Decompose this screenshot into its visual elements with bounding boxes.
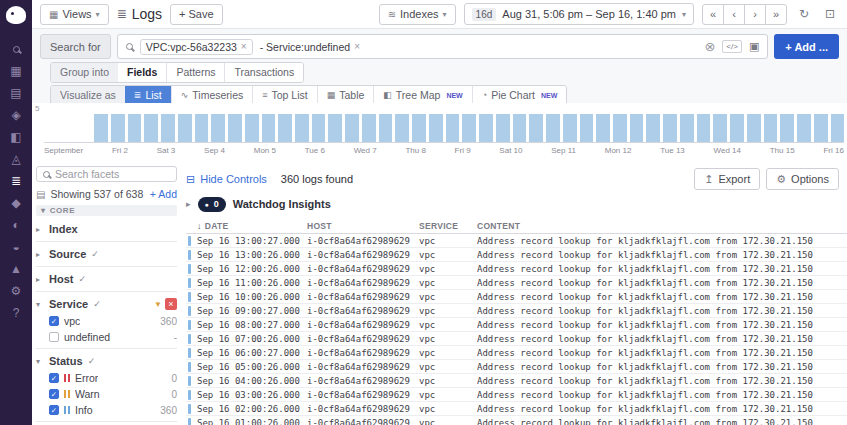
dashboards-icon[interactable]: ▦ xyxy=(0,60,32,82)
time-forward-button[interactable]: › xyxy=(744,4,766,25)
timeline-bar[interactable] xyxy=(278,114,292,142)
timeline-bar[interactable] xyxy=(446,114,460,142)
watchdog-insights-row[interactable]: ▸ ● 0 Watchdog Insights xyxy=(186,194,847,214)
timeline-bar[interactable] xyxy=(312,114,326,142)
timeline-bar[interactable] xyxy=(195,114,209,142)
facet-value-error[interactable]: ✓Error0 xyxy=(36,370,177,386)
facet-search[interactable] xyxy=(36,166,177,182)
timeline-bar[interactable] xyxy=(479,114,493,142)
checkbox[interactable] xyxy=(49,332,59,342)
search-for-button[interactable]: Search for xyxy=(40,34,111,59)
facet-host[interactable]: ▸Host✓ xyxy=(36,270,177,288)
timeline-bar[interactable] xyxy=(228,114,242,142)
search-icon[interactable] xyxy=(0,38,32,60)
time-range-picker[interactable]: 16d Aug 31, 5:06 pm – Sep 16, 1:40 pm ▾ xyxy=(464,3,694,25)
timeline-bar[interactable] xyxy=(412,114,426,142)
timeline-bar[interactable] xyxy=(680,114,694,142)
timeline-bar[interactable] xyxy=(814,114,828,142)
timeline-bar[interactable] xyxy=(546,114,560,142)
timeline-bar[interactable] xyxy=(613,114,627,142)
timeline-bar[interactable] xyxy=(697,114,711,142)
timeline-bar[interactable] xyxy=(563,114,577,142)
checkbox[interactable]: ✓ xyxy=(49,405,59,415)
filter-token-service[interactable]: - Service:undefined × xyxy=(260,41,360,53)
copy-icon[interactable]: ▣ xyxy=(749,40,759,53)
log-row[interactable]: Sep 16 12:00:26.000i-0cf8a64af62989629vp… xyxy=(186,262,847,276)
log-row[interactable]: Sep 16 13:00:26.000i-0cf8a64af62989629vp… xyxy=(186,248,847,262)
timeline-bar[interactable] xyxy=(831,114,845,142)
facet-index[interactable]: ▸Index xyxy=(36,220,177,238)
log-row[interactable]: Sep 16 01:00:26.000i-0cf8a64af62989629vp… xyxy=(186,416,847,425)
fullscreen-icon[interactable]: ⊡ xyxy=(821,4,839,24)
timeline-bar[interactable] xyxy=(262,114,276,142)
log-row[interactable]: Sep 16 04:00:26.000i-0cf8a64af62989629vp… xyxy=(186,374,847,388)
infrastructure-icon[interactable]: ▤ xyxy=(0,82,32,104)
indexes-dropdown[interactable]: ≋ Indexes ▾ xyxy=(379,4,456,25)
timeline-bar[interactable] xyxy=(513,114,527,142)
filter-funnel-icon[interactable]: ▼ xyxy=(154,300,162,309)
viz-list[interactable]: ≣List xyxy=(125,86,171,105)
code-view-icon[interactable]: </> xyxy=(722,40,742,53)
timeline-bar[interactable] xyxy=(94,114,108,142)
timeline-bar[interactable] xyxy=(395,114,409,142)
time-first-button[interactable]: « xyxy=(702,4,724,25)
log-row[interactable]: Sep 16 02:00:26.000i-0cf8a64af62989629vp… xyxy=(186,402,847,416)
timeline-bar[interactable] xyxy=(211,114,225,142)
integrations-icon[interactable]: ◧ xyxy=(0,126,32,148)
timeline-bar[interactable] xyxy=(429,114,443,142)
column-header-host[interactable]: HOST xyxy=(307,221,419,231)
facet-section-core[interactable]: ▾ CORE xyxy=(36,205,177,216)
export-button[interactable]: ↥ Export xyxy=(694,168,760,190)
timeline-bar[interactable] xyxy=(161,114,175,142)
filter-chip-vpc[interactable]: VPC:vpc-56a32233 × xyxy=(140,39,253,55)
ci-icon[interactable]: ▲ xyxy=(0,258,32,280)
close-icon[interactable]: × xyxy=(354,41,360,52)
checkbox[interactable]: ✓ xyxy=(49,389,59,399)
timeline-bar[interactable] xyxy=(529,114,543,142)
timeline-bar[interactable] xyxy=(345,114,359,142)
log-row[interactable]: Sep 16 11:00:26.000i-0cf8a64af62989629vp… xyxy=(186,276,847,290)
security-icon[interactable]: ◆ xyxy=(0,192,32,214)
log-row[interactable]: Sep 16 06:00:27.000i-0cf8a64af62989629vp… xyxy=(186,346,847,360)
viz-table[interactable]: ▦Table xyxy=(317,86,374,105)
timeline-bar[interactable] xyxy=(128,114,142,142)
timeline-bar[interactable] xyxy=(111,114,125,142)
refresh-icon[interactable]: ↻ xyxy=(795,4,813,24)
group-tab-fields[interactable]: Fields xyxy=(118,63,166,82)
add-facet-link[interactable]: + Add xyxy=(150,188,177,200)
timeline-bar[interactable] xyxy=(328,114,342,142)
timeline-bar[interactable] xyxy=(747,114,761,142)
facet-value-warn[interactable]: ✓Warn0 xyxy=(36,386,177,402)
facet-status[interactable]: ▾Status✓ xyxy=(36,352,177,370)
options-button[interactable]: ⚙ Options xyxy=(766,168,839,190)
time-last-button[interactable]: » xyxy=(765,4,787,25)
log-row[interactable]: Sep 16 03:00:26.000i-0cf8a64af62989629vp… xyxy=(186,388,847,402)
synthetics-icon[interactable]: ◒ xyxy=(0,236,32,258)
timeline-bar[interactable] xyxy=(730,114,744,142)
timeline-bar[interactable] xyxy=(663,114,677,142)
facet-value-vpc[interactable]: ✓vpc360 xyxy=(36,313,177,329)
timeline-bar[interactable] xyxy=(379,114,393,142)
checkbox[interactable]: ✓ xyxy=(49,316,59,326)
timeline-bar[interactable] xyxy=(295,114,309,142)
log-row[interactable]: Sep 16 09:00:27.000i-0cf8a64af62989629vp… xyxy=(186,304,847,318)
clear-filter-icon[interactable]: × xyxy=(165,298,177,310)
viz-pie-chart[interactable]: ◔Pie ChartNEW xyxy=(472,86,567,105)
add-button[interactable]: + Add ... xyxy=(774,34,839,59)
timeline-bar[interactable] xyxy=(780,114,794,142)
log-row[interactable]: Sep 16 05:00:26.000i-0cf8a64af62989629vp… xyxy=(186,360,847,374)
timeline-bar[interactable] xyxy=(496,114,510,142)
settings-icon[interactable]: ⚙ xyxy=(0,280,32,302)
logs-icon[interactable]: ≣ xyxy=(0,170,32,192)
facet-source[interactable]: ▸Source✓ xyxy=(36,245,177,263)
timeline-bar[interactable] xyxy=(580,114,594,142)
group-tab-patterns[interactable]: Patterns xyxy=(166,63,224,82)
log-row[interactable]: Sep 16 08:00:27.000i-0cf8a64af62989629vp… xyxy=(186,318,847,332)
timeline-bar[interactable] xyxy=(797,114,811,142)
log-row[interactable]: Sep 16 07:00:26.000i-0cf8a64af62989629vp… xyxy=(186,332,847,346)
time-back-button[interactable]: ‹ xyxy=(723,4,745,25)
facet-search-input[interactable] xyxy=(55,168,170,180)
timeline-bar[interactable] xyxy=(245,114,259,142)
hide-controls-link[interactable]: ⊟ Hide Controls xyxy=(186,173,267,186)
timeline-bar[interactable] xyxy=(362,114,376,142)
